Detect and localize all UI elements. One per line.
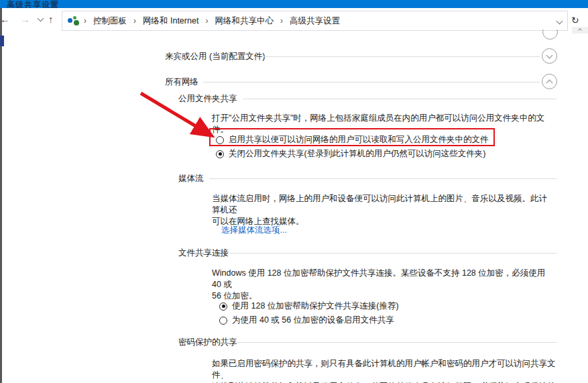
- title-bar: 高级共享设置: [0, 0, 588, 8]
- description-line: Windows 使用 128 位加密帮助保护文件共享连接。某些设备不支持 128…: [212, 268, 554, 290]
- radio-label: 为使用 40 或 56 位加密的设备启用文件共享: [232, 315, 394, 326]
- divider: [263, 56, 540, 57]
- media-streaming-description: 当媒体流启用时，网络上的用户和设备便可以访问此计算机上的图片、音乐以及视频。此计…: [212, 193, 554, 227]
- network-icon: [68, 15, 80, 26]
- section-guest-public-title: 来宾或公用 (当前配置文件): [165, 51, 265, 62]
- scrollbar-up-button[interactable]: [572, 27, 588, 34]
- window-title: 高级共享设置: [7, 0, 59, 8]
- radio-icon[interactable]: [219, 317, 227, 325]
- password-protected-sharing-description: 如果已启用密码保护的共享，则只有具备此计算机的用户帐户和密码的用户才可以访问共享…: [212, 358, 557, 383]
- divider: [243, 99, 556, 99]
- forward-icon[interactable]: →: [20, 13, 30, 26]
- file-sharing-connections-title: 文件共享连接: [178, 248, 229, 259]
- file-sharing-connections-description: Windows 使用 128 位加密帮助保护文件共享连接。某些设备不支持 128…: [212, 268, 554, 302]
- breadcrumb-network-internet[interactable]: 网络和 Internet: [143, 15, 198, 27]
- background-window-edge: [0, 8, 2, 383]
- radio-icon[interactable]: [216, 136, 224, 144]
- breadcrumb-separator: ›: [133, 16, 136, 25]
- media-streaming-title: 媒体流: [178, 173, 204, 184]
- breadcrumb-network-sharing-center[interactable]: 网络和共享中心: [215, 15, 274, 27]
- divider: [209, 178, 556, 179]
- annotation-arrow: [134, 86, 221, 144]
- divider: [235, 342, 556, 343]
- clipped-section-chevron: [540, 30, 561, 42]
- navigation-bar: ← → ↑ › 控制面板 › 网络和 Internet › 网络和共享中心 › …: [0, 8, 588, 32]
- section-guest-public-expand-button[interactable]: [542, 48, 557, 64]
- recent-locations-chevron-icon[interactable]: [38, 15, 44, 22]
- choose-media-streaming-options-link[interactable]: 选择媒体流选项...: [221, 225, 287, 236]
- advanced-sharing-settings-window: 高级共享设置 ← → ↑ › 控制面板 › 网络和 Internet › 网络和…: [0, 0, 588, 383]
- breadcrumb-advanced-sharing[interactable]: 高级共享设置: [290, 15, 340, 27]
- description-line: 如果已启用密码保护的共享，则只有具备此计算机的用户帐户和密码的用户才可以访问共享…: [212, 358, 557, 381]
- section-all-networks-collapse-button[interactable]: [542, 74, 557, 89]
- address-bar[interactable]: › 控制面板 › 网络和 Internet › 网络和共享中心 › 高级共享设置: [62, 11, 568, 31]
- radio-label: 使用 128 位加密帮助保护文件共享连接(推荐): [232, 300, 399, 312]
- radio-icon-selected[interactable]: [219, 303, 227, 311]
- breadcrumb-separator: ›: [205, 16, 208, 25]
- radio-icon-selected[interactable]: [216, 150, 224, 158]
- radio-label: 启用共享以便可以访问网络的用户可以读取和写入公用文件夹中的文件: [229, 134, 489, 146]
- address-dropdown-chevron-icon[interactable]: [556, 17, 563, 24]
- up-icon[interactable]: ↑: [48, 13, 54, 26]
- breadcrumb: › 控制面板 › 网络和 Internet › 网络和共享中心 › 高级共享设置: [84, 15, 340, 27]
- breadcrumb-control-panel[interactable]: 控制面板: [93, 15, 127, 27]
- refresh-icon[interactable]: ↻: [571, 15, 579, 25]
- password-protected-sharing-title: 密码保护的共享: [178, 337, 237, 348]
- radio-turn-off-public-folder-sharing[interactable]: 关闭公用文件夹共享(登录到此计算机的用户仍然可以访问这些文件夹): [216, 148, 485, 160]
- description-line: 当媒体流启用时，网络上的用户和设备便可以访问此计算机上的图片、音乐以及视频。此计…: [212, 193, 554, 216]
- divider: [203, 82, 540, 83]
- breadcrumb-separator: ›: [280, 16, 283, 25]
- radio-label: 关闭公用文件夹共享(登录到此计算机的用户仍然可以访问这些文件夹): [229, 148, 485, 160]
- divider: [228, 253, 556, 254]
- background-window-text-remnant: [0, 36, 4, 46]
- radio-use-128-bit-encryption[interactable]: 使用 128 位加密帮助保护文件共享连接(推荐): [219, 300, 399, 312]
- radio-enable-public-folder-sharing[interactable]: 启用共享以便可以访问网络的用户可以读取和写入公用文件夹中的文件: [216, 134, 489, 146]
- breadcrumb-separator: ›: [84, 16, 86, 25]
- radio-enable-40-56-bit-encryption[interactable]: 为使用 40 或 56 位加密的设备启用文件共享: [219, 315, 394, 326]
